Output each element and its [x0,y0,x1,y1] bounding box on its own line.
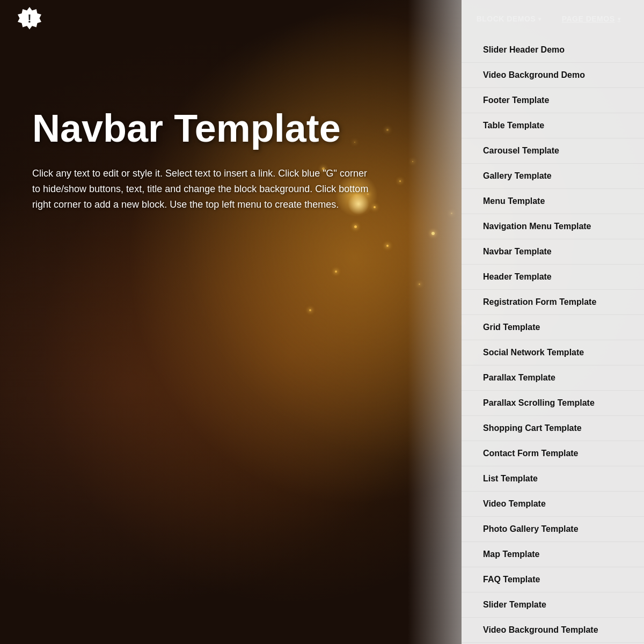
dropdown-item[interactable]: Navigation Menu Template [462,214,644,239]
right-overlay [408,0,462,644]
dropdown-item[interactable]: List Template [462,466,644,492]
hero-description[interactable]: Click any text to edit or style it. Sele… [32,166,376,212]
dropdown-item[interactable]: Footer Template [462,88,644,113]
dropdown-item[interactable]: Navbar Template [462,239,644,265]
dropdown-item[interactable]: Contact Form Template [462,441,644,466]
dropdown-item[interactable]: Slider Header Demo [462,38,644,63]
hero-content: Navbar Template Click any text to edit o… [0,0,408,644]
dropdown-item[interactable]: Registration Form Template [462,290,644,315]
logo[interactable]: ! [16,5,43,32]
dropdown-item[interactable]: Video Background Template [462,618,644,643]
dropdown-item[interactable]: Video Template [462,492,644,517]
dropdown-item[interactable]: Table Template [462,113,644,138]
dropdown-item[interactable]: Map Template [462,542,644,567]
dropdown-item[interactable]: Gallery Template [462,164,644,189]
dropdown-item[interactable]: Menu Template [462,189,644,214]
dropdown-item[interactable]: Parallax Template [462,365,644,391]
dropdown-item[interactable]: Shopping Cart Template [462,416,644,441]
dropdown-item[interactable]: Photo Gallery Template [462,517,644,542]
logo-exclamation: ! [27,12,31,26]
dropdown-item[interactable]: Slider Template [462,592,644,618]
dropdown-item[interactable]: Parallax Scrolling Template [462,391,644,416]
hero-title[interactable]: Navbar Template [32,107,376,150]
dropdown-item[interactable]: Video Background Demo [462,63,644,88]
logo-badge: ! [18,7,41,31]
dropdown-menu: Slider Header DemoVideo Background DemoF… [462,0,644,644]
dropdown-item[interactable]: FAQ Template [462,567,644,592]
dropdown-item[interactable]: Grid Template [462,315,644,340]
dropdown-item[interactable]: Header Template [462,265,644,290]
dropdown-item[interactable]: Carousel Template [462,138,644,164]
dropdown-item[interactable]: Social Network Template [462,340,644,365]
